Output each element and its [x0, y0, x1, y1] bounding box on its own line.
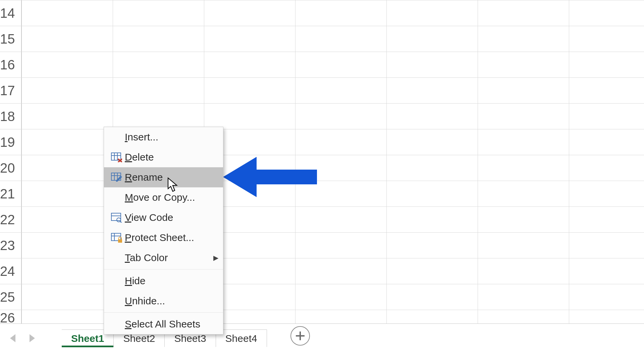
grid-cell[interactable] [478, 0, 569, 26]
row-header[interactable]: 24 [0, 258, 22, 284]
tab-nav-right-icon[interactable] [30, 334, 35, 342]
row-header[interactable]: 18 [0, 104, 22, 129]
grid-cell[interactable] [478, 284, 569, 310]
grid-cell[interactable] [296, 284, 387, 310]
grid-cell[interactable] [387, 258, 478, 284]
grid-cell[interactable] [296, 52, 387, 77]
grid-cell[interactable] [387, 207, 478, 232]
row-header[interactable]: 22 [0, 207, 22, 232]
grid-cell[interactable] [113, 52, 204, 77]
grid-cell[interactable] [478, 52, 569, 77]
grid-cell[interactable] [113, 0, 204, 26]
grid-cell[interactable] [387, 78, 478, 103]
grid-cell[interactable] [387, 233, 478, 258]
grid-cell[interactable] [478, 155, 569, 181]
menu-item-hide[interactable]: Hide [104, 271, 223, 291]
grid-cell[interactable] [569, 155, 644, 181]
row-header[interactable]: 16 [0, 52, 22, 77]
grid-cell[interactable] [478, 310, 569, 325]
menu-item-view-code[interactable]: View Code [104, 207, 223, 228]
grid-cell[interactable] [478, 181, 569, 206]
grid-cell[interactable] [113, 104, 204, 129]
row-header[interactable]: 14 [0, 0, 22, 26]
menu-item-insert[interactable]: Insert... [104, 127, 223, 147]
grid-cell[interactable] [478, 233, 569, 258]
grid-cell[interactable] [569, 207, 644, 232]
grid-cell[interactable] [113, 78, 204, 103]
grid-cell[interactable] [22, 284, 113, 310]
grid-cell[interactable] [387, 0, 478, 26]
grid-cell[interactable] [569, 129, 644, 155]
grid-cell[interactable] [22, 233, 113, 258]
grid-cell[interactable] [296, 26, 387, 52]
grid-cell[interactable] [478, 258, 569, 284]
tab-nav-left-icon[interactable] [10, 334, 15, 342]
grid-cell[interactable] [569, 26, 644, 52]
grid-cell[interactable] [569, 52, 644, 77]
grid-cell[interactable] [569, 258, 644, 284]
sheet-tab-sheet4[interactable]: Sheet4 [216, 329, 267, 347]
grid-cell[interactable] [387, 181, 478, 206]
grid-cell[interactable] [296, 78, 387, 103]
grid-cell[interactable] [569, 104, 644, 129]
grid-cell[interactable] [478, 129, 569, 155]
grid-cell[interactable] [569, 78, 644, 103]
grid-cell[interactable] [296, 0, 387, 26]
grid-cell[interactable] [387, 284, 478, 310]
menu-item-rename[interactable]: Rename [104, 167, 223, 187]
grid-cell[interactable] [204, 104, 296, 129]
grid-cell[interactable] [569, 310, 644, 325]
grid-cell[interactable] [22, 104, 113, 129]
grid-cell[interactable] [22, 181, 113, 206]
row-header[interactable]: 19 [0, 129, 22, 155]
grid-cell[interactable] [569, 233, 644, 258]
menu-item-delete[interactable]: Delete [104, 147, 223, 167]
grid-cell[interactable] [569, 284, 644, 310]
grid-cell[interactable] [296, 129, 387, 155]
menu-item-move-or-copy[interactable]: Move or Copy... [104, 187, 223, 207]
grid-cell[interactable] [296, 310, 387, 325]
spreadsheet-grid[interactable]: 14151617181920212223242526 [0, 0, 644, 325]
grid-cell[interactable] [387, 129, 478, 155]
grid-cell[interactable] [569, 0, 644, 26]
grid-cell[interactable] [22, 129, 113, 155]
menu-item-tab-color[interactable]: Tab Color▶ [104, 248, 223, 268]
row-header[interactable]: 20 [0, 155, 22, 181]
grid-cell[interactable] [387, 310, 478, 325]
row-header[interactable]: 23 [0, 233, 22, 258]
grid-cell[interactable] [296, 181, 387, 206]
grid-cell[interactable] [296, 233, 387, 258]
grid-cell[interactable] [296, 258, 387, 284]
grid-cell[interactable] [569, 181, 644, 206]
grid-cell[interactable] [296, 207, 387, 232]
grid-cell[interactable] [22, 207, 113, 232]
row-header[interactable]: 26 [0, 310, 22, 325]
grid-cell[interactable] [22, 155, 113, 181]
grid-cell[interactable] [387, 104, 478, 129]
grid-cell[interactable] [387, 52, 478, 77]
grid-cell[interactable] [387, 155, 478, 181]
grid-cell[interactable] [22, 26, 113, 52]
grid-cell[interactable] [204, 52, 296, 77]
grid-cell[interactable] [204, 0, 296, 26]
grid-cell[interactable] [22, 258, 113, 284]
grid-cell[interactable] [478, 26, 569, 52]
menu-item-protect-sheet[interactable]: Protect Sheet... [104, 228, 223, 248]
grid-cell[interactable] [113, 26, 204, 52]
grid-cell[interactable] [478, 104, 569, 129]
row-header[interactable]: 21 [0, 181, 22, 206]
grid-cell[interactable] [22, 78, 113, 103]
grid-cell[interactable] [387, 26, 478, 52]
add-sheet-button[interactable] [290, 326, 310, 346]
grid-cell[interactable] [296, 104, 387, 129]
grid-cell[interactable] [22, 0, 113, 26]
grid-cell[interactable] [204, 26, 296, 52]
row-header[interactable]: 17 [0, 78, 22, 103]
grid-cell[interactable] [478, 78, 569, 103]
menu-item-unhide[interactable]: Unhide... [104, 291, 223, 311]
row-header[interactable]: 15 [0, 26, 22, 52]
grid-cell[interactable] [22, 52, 113, 77]
row-header[interactable]: 25 [0, 284, 22, 310]
menu-item-select-all-sheets[interactable]: Select All Sheets [104, 314, 223, 334]
grid-cell[interactable] [296, 155, 387, 181]
